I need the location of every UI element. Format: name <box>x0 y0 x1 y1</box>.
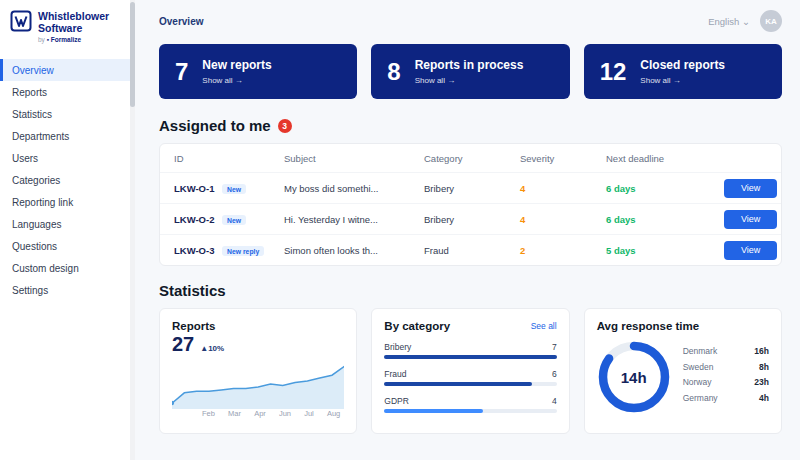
reports-total: 27 <box>172 333 194 356</box>
report-category: Bribery <box>424 183 520 194</box>
sidebar-item-settings[interactable]: Settings <box>0 279 135 301</box>
see-all-link[interactable]: See all <box>531 321 557 331</box>
sidebar-nav: Overview Reports Statistics Departments … <box>0 59 135 301</box>
stat-value: 8 <box>387 58 400 86</box>
stat-label: New reports <box>202 58 271 72</box>
reports-line-chart <box>172 357 344 409</box>
main-content: Overview English ⌄ KA 7 New reports Show… <box>135 0 800 460</box>
category-bar-track <box>384 355 556 359</box>
brand-text: Whistleblower Software by ▪ Formalize <box>38 10 109 43</box>
x-tick: Jul <box>304 409 314 418</box>
report-subject: Hi. Yesterday I witne... <box>284 214 424 225</box>
sidebar-item-overview[interactable]: Overview <box>0 59 135 81</box>
reports-x-axis: Feb Mar Apr Jun Jul Aug <box>202 409 340 418</box>
stat-card-reports-in-process[interactable]: 8 Reports in process Show all → <box>371 44 569 99</box>
table-row: LKW-O-3 New reply Simon often looks th..… <box>160 234 781 265</box>
formalize-logo-icon: ▪ <box>47 36 49 43</box>
legend-row: Germany 4h <box>683 393 769 403</box>
category-value: 6 <box>552 369 557 379</box>
brand-name-line1: Whistleblower <box>38 10 109 22</box>
stat-value: 7 <box>175 58 188 86</box>
sidebar-item-custom-design[interactable]: Custom design <box>0 257 135 279</box>
category-name: GDPR <box>384 396 409 406</box>
sidebar-item-reports[interactable]: Reports <box>0 81 135 103</box>
sidebar-item-categories[interactable]: Categories <box>0 169 135 191</box>
show-all-link[interactable]: Show all → <box>202 76 271 85</box>
sidebar-item-departments[interactable]: Departments <box>0 125 135 147</box>
report-deadline: 5 days <box>606 245 724 256</box>
view-button[interactable]: View <box>724 179 777 198</box>
category-name: Fraud <box>384 369 406 379</box>
category-value: 4 <box>552 396 557 406</box>
reports-chart-card: Reports 27 ▲10% Feb Mar Apr Jun Jul Aug <box>159 308 357 434</box>
new-reply-badge: New reply <box>222 246 264 256</box>
brand-by: by <box>38 36 45 43</box>
country-value: 8h <box>759 362 769 372</box>
report-category: Bribery <box>424 214 520 225</box>
report-deadline: 6 days <box>606 214 724 225</box>
country-name: Sweden <box>683 362 714 372</box>
brand-company: Formalize <box>51 36 81 43</box>
table-row: LKW-O-1 New My boss did somethi... Bribe… <box>160 172 781 203</box>
assigned-title: Assigned to me <box>159 117 271 134</box>
sidebar-item-questions[interactable]: Questions <box>0 235 135 257</box>
donut-center-label: 14h <box>597 340 671 414</box>
report-id-cell: LKW-O-2 New <box>174 214 284 225</box>
avg-response-title: Avg response time <box>597 320 769 332</box>
report-category: Fraud <box>424 245 520 256</box>
legend-row: Norway 23h <box>683 377 769 387</box>
category-bar-row: Fraud 6 <box>384 369 556 386</box>
reports-trend: ▲10% <box>200 344 224 353</box>
report-id-cell: LKW-O-1 New <box>174 183 284 194</box>
chevron-down-icon: ⌄ <box>742 16 750 27</box>
show-all-link[interactable]: Show all → <box>640 76 725 85</box>
view-button[interactable]: View <box>724 241 777 260</box>
country-name: Norway <box>683 377 712 387</box>
category-bar-fill <box>384 355 556 359</box>
x-tick: Apr <box>254 409 266 418</box>
statistics-cards-row: Reports 27 ▲10% Feb Mar Apr Jun Jul Aug … <box>159 308 782 434</box>
assigned-table: ID Subject Category Severity Next deadli… <box>159 143 782 266</box>
country-name: Denmark <box>683 346 717 356</box>
report-id: LKW-O-2 <box>174 214 214 225</box>
sidebar: Whistleblower Software by ▪ Formalize Ov… <box>0 0 135 460</box>
language-label: English <box>708 16 739 27</box>
statistics-title: Statistics <box>159 282 782 299</box>
report-deadline: 6 days <box>606 183 724 194</box>
category-name: Bribery <box>384 342 411 352</box>
response-legend: Denmark 16h Sweden 8h Norway 23h Germany… <box>683 346 769 408</box>
avatar[interactable]: KA <box>760 10 782 32</box>
by-category-card: By category See all Bribery 7 Fraud 6 <box>371 308 569 434</box>
category-bar-track <box>384 409 556 413</box>
category-bar-fill <box>384 382 532 386</box>
category-bar-row: GDPR 4 <box>384 396 556 413</box>
assigned-section-head: Assigned to me 3 <box>159 117 782 134</box>
stat-card-closed-reports[interactable]: 12 Closed reports Show all → <box>584 44 782 99</box>
language-selector[interactable]: English ⌄ <box>708 16 750 27</box>
view-button[interactable]: View <box>724 210 777 229</box>
report-severity: 4 <box>520 183 606 194</box>
sidebar-item-languages[interactable]: Languages <box>0 213 135 235</box>
report-id-cell: LKW-O-3 New reply <box>174 245 284 256</box>
new-badge: New <box>222 184 246 194</box>
sidebar-item-reporting-link[interactable]: Reporting link <box>0 191 135 213</box>
sidebar-item-statistics[interactable]: Statistics <box>0 103 135 125</box>
stat-cards-row: 7 New reports Show all → 8 Reports in pr… <box>159 44 782 99</box>
assigned-count-badge: 3 <box>278 119 292 133</box>
stat-card-new-reports[interactable]: 7 New reports Show all → <box>159 44 357 99</box>
x-tick: Feb <box>202 409 215 418</box>
report-id: LKW-O-1 <box>174 183 214 194</box>
table-header-row: ID Subject Category Severity Next deadli… <box>160 144 781 172</box>
brand-logo-icon <box>10 10 32 32</box>
sidebar-scrollbar-thumb[interactable] <box>130 2 135 107</box>
x-tick: Aug <box>327 409 340 418</box>
avg-response-card: Avg response time 14h Denmark 16h Swede <box>584 308 782 434</box>
topbar-right: English ⌄ KA <box>708 10 782 32</box>
show-all-link[interactable]: Show all → <box>415 76 524 85</box>
category-bar-fill <box>384 409 482 413</box>
sidebar-scrollbar-track <box>130 0 135 460</box>
sidebar-item-users[interactable]: Users <box>0 147 135 169</box>
brand: Whistleblower Software by ▪ Formalize <box>0 0 135 51</box>
reports-card-title: Reports <box>172 320 344 332</box>
brand-byline: by ▪ Formalize <box>38 36 109 43</box>
